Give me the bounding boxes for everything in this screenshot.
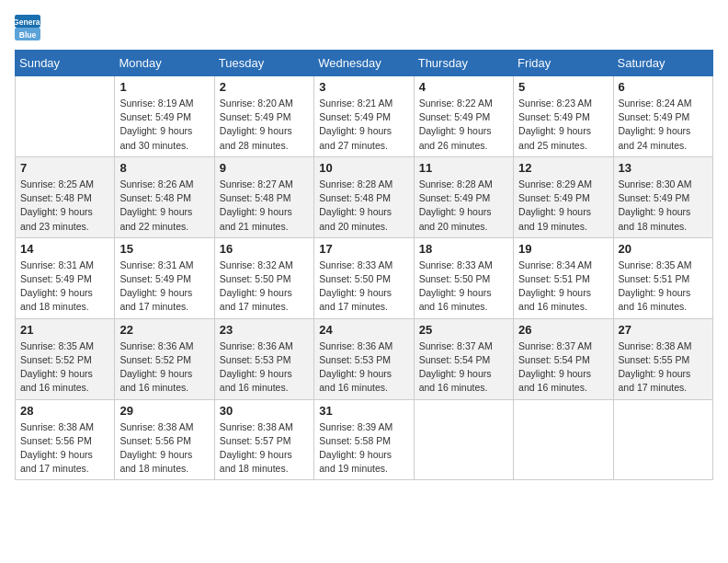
calendar-cell: 26Sunrise: 8:37 AM Sunset: 5:54 PM Dayli… bbox=[514, 318, 613, 399]
day-number: 23 bbox=[220, 323, 309, 337]
day-info: Sunrise: 8:38 AM Sunset: 5:56 PM Dayligh… bbox=[119, 420, 209, 477]
calendar-cell: 5Sunrise: 8:23 AM Sunset: 5:49 PM Daylig… bbox=[514, 76, 613, 157]
calendar-cell: 4Sunrise: 8:22 AM Sunset: 5:49 PM Daylig… bbox=[414, 76, 513, 157]
day-number: 22 bbox=[119, 323, 209, 337]
day-number: 14 bbox=[20, 242, 109, 256]
day-info: Sunrise: 8:23 AM Sunset: 5:49 PM Dayligh… bbox=[518, 97, 608, 153]
weekday-thursday: Thursday bbox=[414, 51, 513, 76]
week-row-4: 21Sunrise: 8:35 AM Sunset: 5:52 PM Dayli… bbox=[16, 318, 713, 399]
calendar-cell: 8Sunrise: 8:26 AM Sunset: 5:48 PM Daylig… bbox=[115, 156, 214, 237]
calendar-cell: 21Sunrise: 8:35 AM Sunset: 5:52 PM Dayli… bbox=[16, 318, 115, 399]
logo: General Blue bbox=[15, 15, 40, 40]
day-info: Sunrise: 8:36 AM Sunset: 5:53 PM Dayligh… bbox=[220, 339, 309, 396]
calendar-cell: 7Sunrise: 8:25 AM Sunset: 5:48 PM Daylig… bbox=[16, 156, 115, 237]
calendar-cell: 16Sunrise: 8:32 AM Sunset: 5:50 PM Dayli… bbox=[214, 237, 313, 318]
day-info: Sunrise: 8:19 AM Sunset: 5:49 PM Dayligh… bbox=[119, 97, 209, 153]
calendar-cell bbox=[613, 399, 712, 480]
day-info: Sunrise: 8:37 AM Sunset: 5:54 PM Dayligh… bbox=[518, 339, 608, 396]
calendar-cell: 19Sunrise: 8:34 AM Sunset: 5:51 PM Dayli… bbox=[514, 237, 613, 318]
day-number: 12 bbox=[518, 161, 608, 175]
calendar-cell: 3Sunrise: 8:21 AM Sunset: 5:49 PM Daylig… bbox=[314, 76, 414, 157]
day-number: 26 bbox=[518, 323, 608, 337]
day-info: Sunrise: 8:37 AM Sunset: 5:54 PM Dayligh… bbox=[419, 339, 508, 396]
day-info: Sunrise: 8:28 AM Sunset: 5:49 PM Dayligh… bbox=[419, 178, 508, 234]
day-number: 17 bbox=[319, 242, 408, 256]
day-info: Sunrise: 8:34 AM Sunset: 5:51 PM Dayligh… bbox=[518, 259, 608, 315]
day-number: 29 bbox=[119, 404, 209, 418]
calendar-cell: 1Sunrise: 8:19 AM Sunset: 5:49 PM Daylig… bbox=[115, 76, 214, 157]
day-info: Sunrise: 8:30 AM Sunset: 5:49 PM Dayligh… bbox=[619, 178, 708, 234]
calendar-table: SundayMondayTuesdayWednesdayThursdayFrid… bbox=[15, 50, 713, 480]
weekday-friday: Friday bbox=[514, 51, 613, 76]
week-row-5: 28Sunrise: 8:38 AM Sunset: 5:56 PM Dayli… bbox=[16, 399, 713, 480]
day-number: 15 bbox=[119, 242, 209, 256]
day-info: Sunrise: 8:38 AM Sunset: 5:55 PM Dayligh… bbox=[619, 339, 708, 396]
calendar-cell bbox=[514, 399, 613, 480]
calendar-cell: 22Sunrise: 8:36 AM Sunset: 5:52 PM Dayli… bbox=[115, 318, 214, 399]
day-info: Sunrise: 8:33 AM Sunset: 5:50 PM Dayligh… bbox=[319, 259, 408, 315]
calendar-cell: 11Sunrise: 8:28 AM Sunset: 5:49 PM Dayli… bbox=[414, 156, 513, 237]
calendar-cell: 29Sunrise: 8:38 AM Sunset: 5:56 PM Dayli… bbox=[115, 399, 214, 480]
day-number: 8 bbox=[119, 161, 209, 175]
day-info: Sunrise: 8:35 AM Sunset: 5:51 PM Dayligh… bbox=[619, 259, 708, 315]
week-row-1: 1Sunrise: 8:19 AM Sunset: 5:49 PM Daylig… bbox=[16, 76, 713, 157]
week-row-2: 7Sunrise: 8:25 AM Sunset: 5:48 PM Daylig… bbox=[16, 156, 713, 237]
day-info: Sunrise: 8:31 AM Sunset: 5:49 PM Dayligh… bbox=[119, 259, 209, 315]
day-number: 18 bbox=[419, 242, 508, 256]
day-number: 9 bbox=[220, 161, 309, 175]
calendar-cell: 31Sunrise: 8:39 AM Sunset: 5:58 PM Dayli… bbox=[314, 399, 414, 480]
day-number: 3 bbox=[319, 80, 408, 94]
day-info: Sunrise: 8:31 AM Sunset: 5:49 PM Dayligh… bbox=[20, 259, 109, 315]
day-number: 13 bbox=[619, 161, 708, 175]
weekday-sunday: Sunday bbox=[16, 51, 115, 76]
day-info: Sunrise: 8:36 AM Sunset: 5:52 PM Dayligh… bbox=[119, 339, 209, 396]
day-number: 31 bbox=[319, 404, 408, 418]
day-number: 25 bbox=[419, 323, 508, 337]
calendar-cell: 14Sunrise: 8:31 AM Sunset: 5:49 PM Dayli… bbox=[16, 237, 115, 318]
header: General Blue bbox=[15, 15, 713, 40]
day-info: Sunrise: 8:39 AM Sunset: 5:58 PM Dayligh… bbox=[319, 420, 408, 477]
day-info: Sunrise: 8:22 AM Sunset: 5:49 PM Dayligh… bbox=[419, 97, 508, 153]
svg-text:Blue: Blue bbox=[19, 30, 37, 40]
calendar-cell: 15Sunrise: 8:31 AM Sunset: 5:49 PM Dayli… bbox=[115, 237, 214, 318]
calendar-cell: 30Sunrise: 8:38 AM Sunset: 5:57 PM Dayli… bbox=[214, 399, 313, 480]
svg-text:General: General bbox=[15, 17, 40, 27]
calendar-cell: 12Sunrise: 8:29 AM Sunset: 5:49 PM Dayli… bbox=[514, 156, 613, 237]
day-info: Sunrise: 8:33 AM Sunset: 5:50 PM Dayligh… bbox=[419, 259, 508, 315]
day-info: Sunrise: 8:29 AM Sunset: 5:49 PM Dayligh… bbox=[518, 178, 608, 234]
day-info: Sunrise: 8:20 AM Sunset: 5:49 PM Dayligh… bbox=[220, 97, 309, 153]
week-row-3: 14Sunrise: 8:31 AM Sunset: 5:49 PM Dayli… bbox=[16, 237, 713, 318]
day-info: Sunrise: 8:32 AM Sunset: 5:50 PM Dayligh… bbox=[220, 259, 309, 315]
day-number: 21 bbox=[20, 323, 109, 337]
day-info: Sunrise: 8:21 AM Sunset: 5:49 PM Dayligh… bbox=[319, 97, 408, 153]
day-number: 10 bbox=[319, 161, 408, 175]
day-number: 16 bbox=[220, 242, 309, 256]
day-number: 27 bbox=[619, 323, 708, 337]
day-number: 20 bbox=[619, 242, 708, 256]
calendar-cell: 24Sunrise: 8:36 AM Sunset: 5:53 PM Dayli… bbox=[314, 318, 414, 399]
logo-icon: General Blue bbox=[15, 15, 40, 40]
calendar-cell: 25Sunrise: 8:37 AM Sunset: 5:54 PM Dayli… bbox=[414, 318, 513, 399]
calendar-cell: 10Sunrise: 8:28 AM Sunset: 5:48 PM Dayli… bbox=[314, 156, 414, 237]
day-number: 19 bbox=[518, 242, 608, 256]
day-info: Sunrise: 8:27 AM Sunset: 5:48 PM Dayligh… bbox=[220, 178, 309, 234]
day-number: 30 bbox=[220, 404, 309, 418]
day-info: Sunrise: 8:24 AM Sunset: 5:49 PM Dayligh… bbox=[619, 97, 708, 153]
day-number: 28 bbox=[20, 404, 109, 418]
calendar-cell: 28Sunrise: 8:38 AM Sunset: 5:56 PM Dayli… bbox=[16, 399, 115, 480]
day-info: Sunrise: 8:35 AM Sunset: 5:52 PM Dayligh… bbox=[20, 339, 109, 396]
day-number: 2 bbox=[220, 80, 309, 94]
day-number: 24 bbox=[319, 323, 408, 337]
weekday-monday: Monday bbox=[115, 51, 214, 76]
calendar-cell: 18Sunrise: 8:33 AM Sunset: 5:50 PM Dayli… bbox=[414, 237, 513, 318]
calendar-cell: 23Sunrise: 8:36 AM Sunset: 5:53 PM Dayli… bbox=[214, 318, 313, 399]
weekday-tuesday: Tuesday bbox=[214, 51, 313, 76]
day-number: 7 bbox=[20, 161, 109, 175]
weekday-header-row: SundayMondayTuesdayWednesdayThursdayFrid… bbox=[16, 51, 713, 76]
calendar-cell: 9Sunrise: 8:27 AM Sunset: 5:48 PM Daylig… bbox=[214, 156, 313, 237]
day-number: 5 bbox=[518, 80, 608, 94]
weekday-wednesday: Wednesday bbox=[314, 51, 414, 76]
day-number: 6 bbox=[619, 80, 708, 94]
day-info: Sunrise: 8:36 AM Sunset: 5:53 PM Dayligh… bbox=[319, 339, 408, 396]
day-info: Sunrise: 8:38 AM Sunset: 5:57 PM Dayligh… bbox=[220, 420, 309, 477]
